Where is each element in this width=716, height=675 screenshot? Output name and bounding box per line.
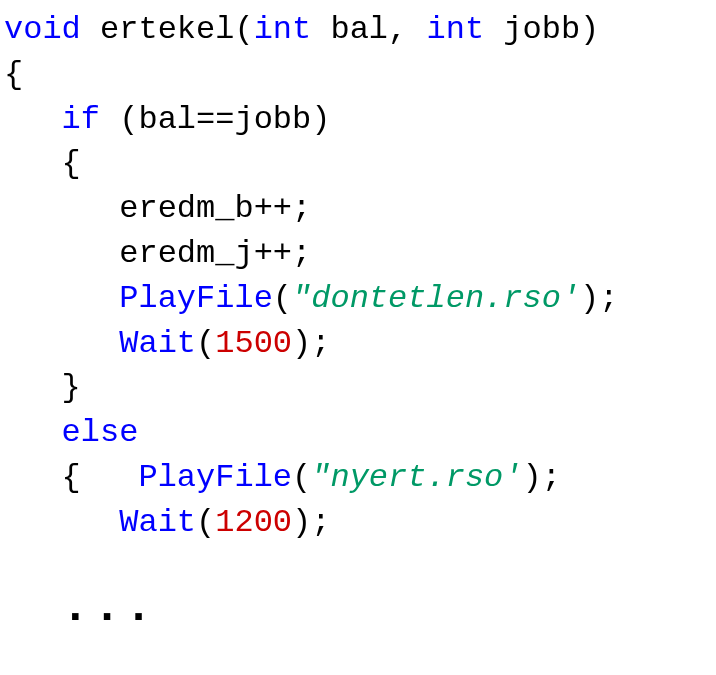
code-block: void ertekel(int bal, int jobb) { if (ba… bbox=[0, 0, 716, 643]
keyword-void: void bbox=[4, 11, 81, 48]
num-1500: 1500 bbox=[215, 325, 292, 362]
keyword-else: else bbox=[62, 414, 139, 451]
if-condition: (bal==jobb) bbox=[119, 101, 330, 138]
stmt-eredm-b: eredm_b++; bbox=[119, 190, 311, 227]
param-jobb: jobb bbox=[503, 11, 580, 48]
ellipsis: ... bbox=[62, 582, 157, 634]
fn-playfile: PlayFile bbox=[119, 280, 273, 317]
keyword-if: if bbox=[62, 101, 100, 138]
num-1200: 1200 bbox=[215, 504, 292, 541]
brace: { bbox=[62, 459, 81, 496]
brace: { bbox=[4, 56, 23, 93]
stmt-eredm-j: eredm_j++; bbox=[119, 235, 311, 272]
brace: { bbox=[62, 145, 81, 182]
param-bal: bal bbox=[330, 11, 388, 48]
fn-wait: Wait bbox=[119, 504, 196, 541]
fn-wait: Wait bbox=[119, 325, 196, 362]
string-dontetlen: "dontetlen.rso' bbox=[292, 280, 580, 317]
string-nyert: "nyert.rso' bbox=[311, 459, 522, 496]
keyword-int: int bbox=[426, 11, 484, 48]
fn-playfile: PlayFile bbox=[138, 459, 292, 496]
function-name: ertekel bbox=[100, 11, 234, 48]
brace: } bbox=[62, 369, 81, 406]
keyword-int: int bbox=[254, 11, 312, 48]
